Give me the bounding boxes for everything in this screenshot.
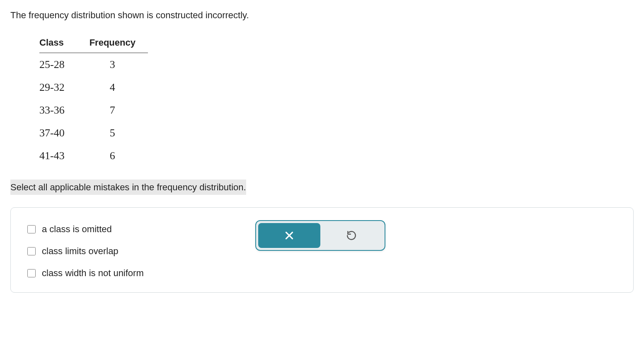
undo-icon	[346, 230, 357, 241]
table-header-frequency: Frequency	[77, 32, 148, 53]
table-row: 33-36 7	[39, 99, 148, 121]
cell-freq: 5	[77, 121, 148, 144]
checkbox-input[interactable]	[27, 247, 36, 255]
feedback-widget	[255, 220, 385, 251]
cell-freq: 7	[77, 99, 148, 121]
cell-class: 41-43	[39, 144, 77, 167]
checkbox-label[interactable]: class width is not uniform	[42, 266, 144, 280]
checkbox-label[interactable]: class limits overlap	[42, 244, 119, 258]
table-row: 37-40 5	[39, 121, 148, 144]
checkbox-input[interactable]	[27, 225, 36, 233]
checkbox-input[interactable]	[27, 269, 36, 277]
table-header-class: Class	[39, 32, 77, 53]
frequency-table: Class Frequency 25-28 3 29-32 4 33-36 7 …	[39, 32, 148, 167]
question-text: The frequency distribution shown is cons…	[10, 8, 634, 22]
undo-button[interactable]	[320, 223, 383, 248]
cell-freq: 3	[77, 53, 148, 76]
incorrect-button[interactable]	[258, 223, 320, 248]
option-class-width-not-uniform[interactable]: class width is not uniform	[27, 266, 617, 280]
table-row: 41-43 6	[39, 144, 148, 167]
table-row: 25-28 3	[39, 53, 148, 76]
cell-freq: 6	[77, 144, 148, 167]
cell-freq: 4	[77, 76, 148, 99]
cell-class: 37-40	[39, 121, 77, 144]
cell-class: 29-32	[39, 76, 77, 99]
checkbox-label[interactable]: a class is omitted	[42, 222, 112, 236]
table-row: 29-32 4	[39, 76, 148, 99]
answer-box: a class is omitted class limits overlap …	[10, 207, 634, 293]
cell-class: 25-28	[39, 53, 77, 76]
instruction-text: Select all applicable mistakes in the fr…	[10, 180, 246, 195]
x-icon	[284, 230, 295, 241]
cell-class: 33-36	[39, 99, 77, 121]
